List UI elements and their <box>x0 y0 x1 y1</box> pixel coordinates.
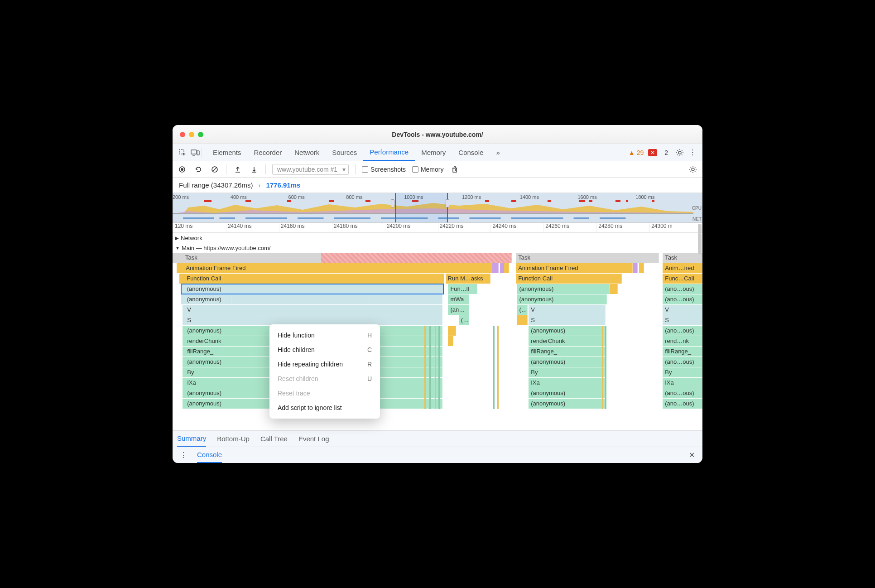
flame-entry[interactable]: (ano…ous) <box>663 294 702 304</box>
flame-entry[interactable] <box>448 326 456 336</box>
flame-entry[interactable] <box>633 263 638 273</box>
tab-elements[interactable]: Elements <box>207 144 248 161</box>
flame-entry[interactable]: Func…Call <box>663 274 702 284</box>
kebab-menu-icon[interactable]: ⋮ <box>686 146 699 159</box>
flame-entry[interactable]: (… <box>517 305 528 315</box>
flame-entry[interactable]: IXa <box>663 378 702 388</box>
flame-entry[interactable]: (ano…ous) <box>663 357 702 367</box>
flame-entry-long-task[interactable] <box>321 253 512 263</box>
flame-entry-selected[interactable]: (anonymous) <box>181 284 443 294</box>
errors-badge[interactable]: ✕ 2 <box>648 149 668 156</box>
context-menu-hide-repeating[interactable]: Hide repeating children R <box>269 357 380 371</box>
tab-memory[interactable]: Memory <box>415 144 452 161</box>
flame-entry[interactable]: S <box>529 315 606 325</box>
flame-entry[interactable]: (ano…ous) <box>663 326 702 336</box>
console-tab[interactable]: Console <box>197 447 222 463</box>
flame-entry[interactable]: Task <box>516 253 659 263</box>
flame-entry[interactable]: (ano…ous) <box>663 388 702 398</box>
device-toggle-icon[interactable] <box>189 146 202 159</box>
network-section-header[interactable]: ▶Network <box>173 233 702 243</box>
flame-entry[interactable]: Function Call <box>516 274 622 284</box>
collect-garbage-button[interactable] <box>450 164 460 174</box>
flame-chart-area[interactable]: ▶Network ▼Main — https://www.youtube.com… <box>173 233 702 430</box>
flame-entry[interactable]: (ano…ous) <box>663 399 702 409</box>
flame-scrollbar-thumb[interactable] <box>698 233 702 255</box>
overview-handle-left[interactable] <box>391 199 394 207</box>
context-menu-hide-children[interactable]: Hide children C <box>269 342 380 357</box>
tab-call-tree[interactable]: Call Tree <box>260 431 288 447</box>
flame-entry[interactable]: IXa <box>529 378 606 388</box>
capture-settings-icon[interactable] <box>688 164 698 174</box>
flame-entry[interactable]: V <box>663 305 702 315</box>
flame-entry[interactable]: renderChunk_ <box>529 336 606 346</box>
timeline-overview[interactable]: 200 ms 400 ms 600 ms 800 ms 1000 ms 1200… <box>173 193 702 223</box>
flame-entry[interactable]: (anonymous) <box>529 399 606 409</box>
flame-entry[interactable] <box>368 315 442 325</box>
main-section-header[interactable]: ▼Main — https://www.youtube.com/ <box>173 243 702 253</box>
flame-entry[interactable]: Anim…ired <box>663 263 702 273</box>
detail-ruler[interactable]: 120 ms 24140 ms 24160 ms 24180 ms 24200 … <box>173 223 702 233</box>
tab-summary[interactable]: Summary <box>177 431 206 447</box>
drawer-menu-icon[interactable]: ⋮ <box>177 449 190 462</box>
flame-chart[interactable]: Task Task Task Animation Frame Fired Ani… <box>173 253 702 409</box>
flame-entry[interactable] <box>369 294 442 304</box>
flame-entry[interactable]: Animation Frame Fired <box>177 263 492 273</box>
flame-entry[interactable]: (anonymous) <box>517 294 607 304</box>
flame-entry[interactable]: (… <box>459 315 469 325</box>
tab-event-log[interactable]: Event Log <box>298 431 329 447</box>
settings-icon[interactable] <box>673 146 686 159</box>
flame-entry[interactable]: (anonymous) <box>529 388 606 398</box>
record-button[interactable] <box>177 164 187 174</box>
flame-entry[interactable]: V <box>183 305 368 315</box>
maximize-window-button[interactable] <box>198 132 203 137</box>
tab-recorder[interactable]: Recorder <box>248 144 288 161</box>
upload-button[interactable] <box>233 164 243 174</box>
tab-sources[interactable]: Sources <box>326 144 363 161</box>
breadcrumb-selection[interactable]: 1776.91ms <box>266 181 300 189</box>
recording-select[interactable]: www.youtube.com #1 <box>272 164 349 175</box>
warnings-badge[interactable]: ▲ 29 <box>629 149 644 156</box>
overview-selection[interactable] <box>395 193 448 222</box>
flame-entry[interactable] <box>639 263 644 273</box>
context-menu-hide-function[interactable]: Hide function H <box>269 328 380 342</box>
download-button[interactable] <box>249 164 259 174</box>
flame-entry[interactable]: (anonymous) <box>181 294 231 304</box>
screenshots-checkbox[interactable]: Screenshots <box>362 166 406 173</box>
flame-entry[interactable]: Animation Frame Fired <box>516 263 632 273</box>
flame-entry[interactable]: S <box>663 315 702 325</box>
flame-entry[interactable]: S <box>183 315 368 325</box>
flame-entry[interactable]: (ano…ous) <box>663 284 702 294</box>
reload-button[interactable] <box>193 164 203 174</box>
flame-entry[interactable]: (anonymous) <box>529 326 606 336</box>
flame-entry[interactable] <box>448 336 453 346</box>
flame-entry[interactable]: Fun…ll <box>448 284 477 294</box>
flame-entry[interactable] <box>610 284 618 294</box>
breadcrumb-full-range[interactable]: Full range (34307.26ms) <box>179 181 253 189</box>
flame-entry[interactable]: (an…s) <box>448 305 469 315</box>
flame-entry[interactable]: mWa <box>448 294 469 304</box>
flame-entry[interactable]: Task <box>663 253 702 263</box>
close-window-button[interactable] <box>180 132 185 137</box>
flame-entry[interactable] <box>517 315 528 325</box>
flame-entry[interactable]: By <box>663 367 702 377</box>
flame-entry[interactable]: fillRange_ <box>529 347 606 357</box>
tab-network[interactable]: Network <box>288 144 326 161</box>
flame-entry[interactable]: (anonymous) <box>517 284 610 294</box>
minimize-window-button[interactable] <box>189 132 194 137</box>
more-tabs-icon[interactable]: » <box>490 144 506 161</box>
flame-entry[interactable]: rend…nk_ <box>663 336 702 346</box>
flame-entry[interactable]: Run M…asks <box>446 274 490 284</box>
tab-bottom-up[interactable]: Bottom-Up <box>217 431 250 447</box>
flame-entry[interactable]: fillRange_ <box>663 347 702 357</box>
flame-entry[interactable]: Function Call <box>179 274 444 284</box>
flame-entry[interactable]: By <box>529 367 606 377</box>
memory-checkbox[interactable]: Memory <box>412 166 444 173</box>
flame-entry[interactable] <box>368 305 442 315</box>
close-drawer-icon[interactable]: ✕ <box>685 449 698 462</box>
flame-entry[interactable] <box>504 263 509 273</box>
flame-entry[interactable] <box>492 263 499 273</box>
flame-entry[interactable]: (anonymous) <box>529 357 606 367</box>
flame-entry[interactable] <box>231 294 369 304</box>
inspect-icon[interactable] <box>176 146 189 159</box>
clear-button[interactable] <box>210 164 220 174</box>
